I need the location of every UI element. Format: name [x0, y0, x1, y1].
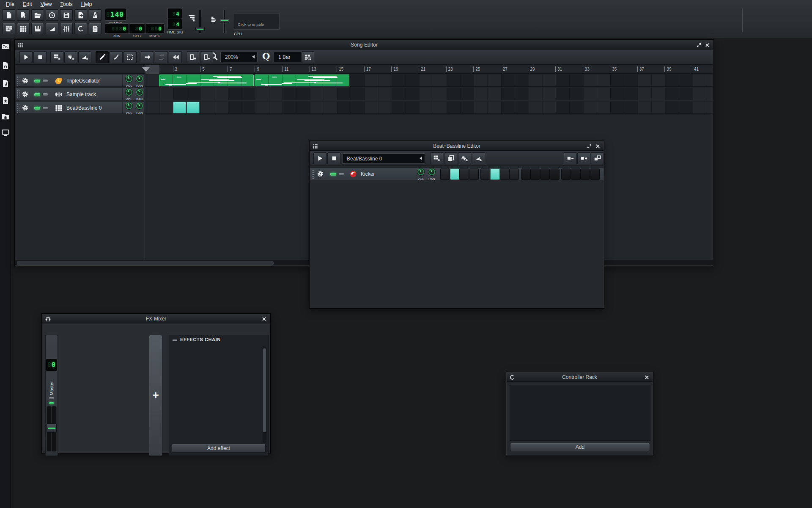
gear-icon[interactable] [317, 170, 324, 179]
bb-pattern-segment[interactable] [187, 102, 200, 113]
piano-roll-button[interactable] [31, 23, 44, 34]
menu-view[interactable]: View [36, 0, 56, 8]
volume-knob[interactable] [126, 75, 132, 82]
clone-pattern-button[interactable] [444, 152, 457, 164]
master-volume-handle[interactable] [195, 27, 205, 31]
bb-editor-titlebar[interactable]: Beat+Bassline Editor [310, 141, 604, 151]
track-grip[interactable] [311, 169, 314, 179]
new-project-button[interactable] [3, 9, 15, 21]
draw-mode-button[interactable] [96, 51, 109, 63]
step-4[interactable] [469, 169, 478, 179]
add-steps-button[interactable] [577, 152, 590, 164]
step-2[interactable] [450, 169, 459, 179]
insert-bar-button[interactable] [186, 51, 199, 63]
step-11[interactable] [540, 169, 549, 179]
mute-led[interactable] [34, 107, 40, 110]
hscrollbar-thumb[interactable] [17, 261, 273, 265]
timesig-numerator-display[interactable]: 84 [168, 9, 181, 18]
vscrollbar-thumb[interactable] [263, 348, 266, 432]
step-7[interactable] [500, 169, 509, 179]
close-button[interactable] [704, 42, 710, 48]
add-sample-track-button[interactable] [64, 51, 77, 63]
controller-rack-titlebar[interactable]: Controller Rack [507, 373, 653, 382]
recently-opened-button[interactable] [46, 9, 58, 21]
play-button[interactable] [19, 51, 33, 63]
track-name[interactable]: Kicker [361, 171, 375, 177]
solo-led[interactable] [43, 107, 48, 109]
track-content-instrument[interactable] [145, 74, 713, 87]
song-editor-button[interactable] [3, 23, 15, 34]
mute-led[interactable] [330, 173, 336, 176]
step-6[interactable] [491, 169, 499, 179]
play-button[interactable] [313, 152, 326, 164]
sidebar-presets-icon[interactable] [1, 96, 10, 105]
gear-icon[interactable] [22, 91, 29, 99]
sidebar-computer-icon[interactable] [1, 128, 10, 137]
pattern-segment[interactable] [255, 75, 349, 86]
add-controller-button[interactable]: Add [510, 443, 650, 451]
close-button[interactable] [644, 374, 650, 381]
timesig-denominator-display[interactable]: 84 [168, 19, 181, 29]
add-effect-button[interactable]: Add effect [172, 444, 266, 453]
stop-button[interactable] [327, 152, 340, 164]
pattern-select[interactable]: Beat/Bassline 0 [343, 154, 425, 163]
menu-edit[interactable]: Edit [19, 0, 36, 8]
step-15[interactable] [581, 169, 590, 179]
step-16[interactable] [590, 169, 599, 179]
time-seconds-display[interactable]: 80 [130, 24, 144, 33]
select-mode-button[interactable] [123, 51, 137, 63]
add-bb-track-button[interactable] [50, 51, 63, 63]
track-grip[interactable] [17, 103, 19, 113]
track-grip[interactable] [17, 76, 19, 86]
master-pitch-handle[interactable] [220, 19, 229, 22]
remove-bar-button[interactable] [200, 51, 213, 63]
tempo-display[interactable]: 8140 [106, 9, 126, 20]
mute-led[interactable] [34, 93, 40, 96]
fx-mixer-button[interactable] [60, 23, 73, 34]
knife-mode-button[interactable] [110, 51, 123, 63]
step-13[interactable] [562, 169, 571, 179]
time-minutes-display[interactable]: 8880 [106, 24, 128, 33]
sidebar-projects-icon[interactable] [1, 79, 10, 88]
add-automation-track-button[interactable] [472, 152, 485, 164]
controller-rack-button[interactable] [74, 23, 87, 34]
pan-knob[interactable] [136, 89, 143, 96]
step-5[interactable] [481, 169, 490, 179]
timeline[interactable]: 357911131517192123252729313335373941 [15, 65, 713, 74]
track-name[interactable]: TripleOscillator [66, 78, 100, 84]
step-8[interactable] [510, 169, 518, 179]
move-mode-button[interactable] [141, 51, 154, 63]
effects-chain-scrollbar[interactable] [263, 346, 266, 443]
sidebar-home-icon[interactable] [1, 112, 10, 121]
gear-icon[interactable] [22, 77, 29, 86]
volume-knob[interactable] [417, 168, 424, 175]
channel-active-led[interactable] [49, 402, 54, 404]
close-button[interactable] [595, 143, 601, 149]
master-channel-strip[interactable]: 80 Master [46, 335, 58, 456]
track-content-sample[interactable] [145, 88, 713, 100]
add-bb-track-button[interactable] [430, 152, 443, 164]
track-grip[interactable] [17, 90, 19, 99]
volume-knob[interactable] [126, 89, 132, 96]
sidebar-samples-icon[interactable] [1, 61, 10, 70]
pan-knob[interactable] [136, 75, 143, 82]
add-automation-track-button[interactable] [78, 51, 91, 63]
effects-chain-led[interactable] [173, 340, 177, 341]
step-14[interactable] [571, 169, 580, 179]
fx-mixer-titlebar[interactable]: FX-Mixer [42, 314, 270, 323]
close-button[interactable] [261, 316, 267, 322]
rewind-button[interactable] [169, 51, 182, 63]
cpu-enable-box[interactable]: Click to enable [234, 13, 280, 30]
track-name[interactable]: Beat/Bassline 0 [66, 105, 102, 111]
song-editor-titlebar[interactable]: Song-Editor [15, 40, 713, 50]
open-project-button[interactable] [31, 9, 44, 21]
step-1[interactable] [441, 169, 450, 179]
track-name[interactable]: Sample track [66, 91, 96, 97]
sidebar-instruments-icon[interactable] [1, 42, 10, 51]
channel-mute-led[interactable] [49, 397, 54, 399]
step-3[interactable] [460, 169, 469, 179]
zoom-level-select[interactable]: 200% [221, 52, 257, 62]
step-9[interactable] [521, 169, 530, 179]
menu-file[interactable]: File [2, 0, 19, 8]
step-12[interactable] [550, 169, 559, 179]
